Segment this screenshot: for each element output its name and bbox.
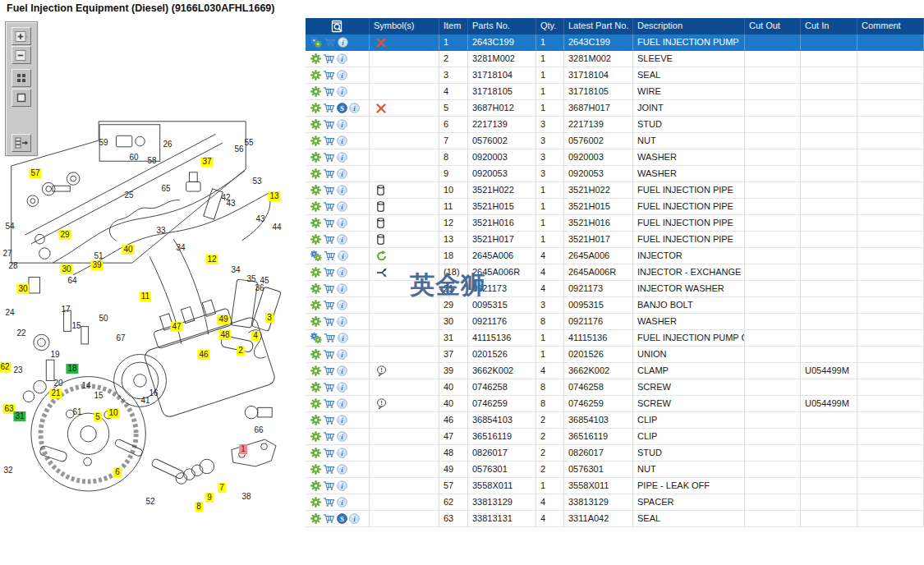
diagram-callout-34[interactable]: 34 [229,265,241,275]
diagram-pane[interactable]: 5926605856555365424325434454273334512864… [0,18,306,565]
diagram-callout-9[interactable]: 9 [205,493,214,503]
diagram-callout-19[interactable]: 19 [48,350,61,360]
superseded-icon[interactable]: S [337,513,347,524]
gear-icon[interactable] [310,152,321,163]
cell-desc[interactable]: FUEL INJECTION PIPE [633,215,745,231]
diagram-callout-61[interactable]: 61 [71,407,83,417]
cell-cutout[interactable] [745,51,801,67]
add-to-cart-icon[interactable] [323,316,335,327]
cell-desc[interactable]: CLIP [633,412,745,428]
cell-item[interactable]: 4 [439,84,468,99]
cell-cutin[interactable] [801,314,857,329]
cell-cutin[interactable] [801,511,857,526]
cell-parts[interactable]: 36516119 [468,429,536,444]
add-to-cart-icon[interactable] [323,283,335,294]
column-header-cutin[interactable]: Cut In [801,18,857,34]
gear-icon[interactable] [310,136,321,146]
cell-item[interactable]: 31 [439,330,468,346]
add-to-cart-icon[interactable] [323,513,335,524]
table-row-item-47[interactable]: i4736516119236516119CLIP [306,429,924,445]
cell-item[interactable]: 10 [439,182,468,198]
diagram-callout-59[interactable]: 59 [97,138,109,148]
cell-cutin[interactable] [801,462,857,477]
cell-latest[interactable]: 41115136 [564,330,633,346]
cell-desc[interactable]: INJECTOR - EXCHANGE [633,264,745,280]
cell-desc[interactable]: SEAL [633,511,745,526]
table-row-item-10[interactable]: i103521H02213521H022FUEL INJECTION PIPE [306,182,924,199]
cell-cutin[interactable] [801,330,857,346]
cell-parts[interactable]: 2645A006 [468,248,536,264]
cell-cutin[interactable] [801,412,857,428]
assembly-gears-icon[interactable] [310,333,322,343]
cell-desc[interactable]: FUEL INJECTION PIPE [633,182,745,198]
cell-latest[interactable]: 33813129 [564,494,633,510]
diagram-callout-44[interactable]: 44 [270,223,283,232]
cell-parts[interactable]: 3281M002 [468,51,536,67]
add-to-cart-icon[interactable] [323,86,335,97]
cell-qty[interactable]: 4 [536,248,564,264]
diagram-callout-26[interactable]: 26 [161,140,173,149]
cell-cutin[interactable] [801,297,857,313]
diagram-callout-30[interactable]: 30 [60,264,72,274]
cell-item[interactable]: 47 [439,429,468,444]
diagram-callout-47[interactable]: 47 [170,322,182,332]
add-to-cart-icon[interactable] [323,185,335,195]
diagram-callout-57[interactable]: 57 [29,168,41,178]
cell-cutout[interactable] [745,297,801,313]
cell-item[interactable]: 48 [439,445,468,461]
info-icon[interactable]: i [337,300,347,310]
cell-cutout[interactable] [745,215,801,231]
table-row-item-62[interactable]: i6233813129433813129SPACER [306,494,924,511]
table-row-item-18[interactable]: i182645A00642645A006INJECTOR [306,248,924,264]
gear-icon[interactable] [310,480,321,491]
cell-parts[interactable]: 3521H016 [468,215,536,231]
cell-item[interactable]: 39 [439,363,468,379]
info-icon[interactable]: i [337,86,347,97]
single-view-button[interactable] [11,89,31,107]
cell-comment[interactable] [857,363,924,379]
info-icon[interactable]: i [337,152,347,163]
cell-parts[interactable]: 0921176 [468,314,536,329]
cell-cutout[interactable] [745,232,801,247]
cell-cutin[interactable] [801,478,857,494]
diagram-callout-28[interactable]: 28 [7,261,19,271]
cell-desc[interactable]: FUEL INJECTION PUMP [633,34,745,50]
gear-icon[interactable] [310,382,321,393]
cell-cutout[interactable] [745,379,801,395]
info-icon[interactable]: i [337,53,347,64]
cell-comment[interactable] [857,215,924,231]
cell-item[interactable]: 12 [439,215,468,231]
cell-latest[interactable]: 3521H016 [564,215,633,231]
cell-cutout[interactable] [745,34,801,50]
cell-parts[interactable]: 0201526 [468,347,536,362]
table-row-item-12[interactable]: i123521H01613521H016FUEL INJECTION PIPE [306,215,924,232]
gear-icon[interactable] [310,53,321,64]
diagram-callout-49[interactable]: 49 [217,315,229,324]
diagram-callout-4[interactable]: 4 [251,331,260,341]
diagram-callout-37[interactable]: 37 [200,157,213,167]
info-icon[interactable]: i [338,333,348,343]
cell-item[interactable]: 49 [439,462,468,477]
cell-latest[interactable]: 31718105 [564,84,633,99]
info-icon[interactable]: i [337,365,347,376]
cell-cutout[interactable] [745,166,801,181]
diagram-callout-8[interactable]: 8 [195,502,203,512]
cell-cutin[interactable] [801,133,857,149]
cell-latest[interactable]: 3281M002 [564,51,633,67]
cell-item[interactable]: 37 [439,347,468,362]
cell-comment[interactable] [857,494,924,510]
cell-desc[interactable]: BANJO BOLT [633,297,745,313]
cell-latest[interactable]: 3558X011 [564,478,633,494]
cell-cutout[interactable] [745,478,801,494]
cell-qty[interactable]: 1 [536,84,564,99]
diagram-callout-27[interactable]: 27 [1,249,13,259]
add-to-cart-icon[interactable] [323,218,335,228]
cell-comment[interactable] [857,133,924,149]
diagram-callout-10[interactable]: 10 [107,408,119,418]
diagram-callout-48[interactable]: 48 [218,330,231,340]
cell-cutin[interactable] [801,248,857,264]
cell-cutin[interactable] [801,445,857,461]
info-icon[interactable]: i [338,37,348,48]
cell-cutin[interactable] [801,149,857,165]
cell-qty[interactable]: 4 [536,494,564,510]
